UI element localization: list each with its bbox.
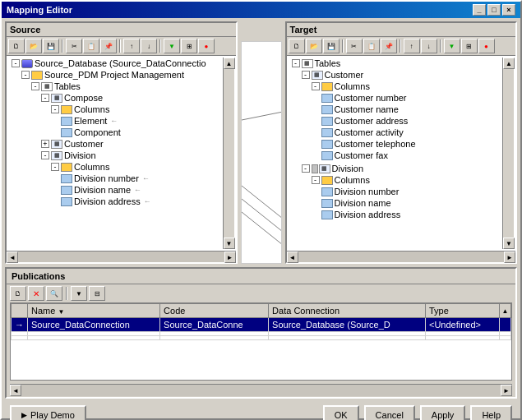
target-tree-division[interactable]: - ▦ Division xyxy=(289,163,503,174)
target-tree-cust-name[interactable]: Customer name xyxy=(289,104,503,115)
maximize-button[interactable]: □ xyxy=(487,4,501,16)
target-tb-down[interactable]: ↓ xyxy=(421,39,437,53)
target-tb-copy[interactable]: 📋 xyxy=(363,39,380,53)
expand-icon[interactable]: - xyxy=(12,59,20,67)
source-tb-filter2[interactable]: ⊞ xyxy=(181,39,197,53)
expand-icon[interactable]: - xyxy=(302,71,310,79)
target-tb-filter2[interactable]: ⊞ xyxy=(461,39,478,53)
source-tree-div-name[interactable]: Division name ← xyxy=(8,184,223,196)
target-tb-save[interactable]: 💾 xyxy=(323,39,340,53)
scroll-right[interactable]: ► xyxy=(224,252,236,263)
source-tb-filter[interactable]: ▼ xyxy=(164,39,180,53)
pub-tb-search[interactable]: 🔍 xyxy=(46,286,62,301)
minimize-button[interactable]: _ xyxy=(473,4,486,16)
target-scrollbar-h[interactable]: ◄ ► xyxy=(287,251,516,262)
target-tb-filter[interactable]: ▼ xyxy=(444,39,460,53)
source-tree-component[interactable]: Component xyxy=(8,127,223,138)
source-tree-div-address[interactable]: Division address ← xyxy=(8,196,223,207)
source-tb-save[interactable]: 💾 xyxy=(43,39,59,53)
source-tb-up[interactable]: ↑ xyxy=(123,39,140,53)
col-header-dataconn[interactable]: Data Connection xyxy=(269,304,426,318)
source-tb-paste[interactable]: 📌 xyxy=(100,39,117,53)
pub-tb-filter-off[interactable]: ⊟ xyxy=(89,286,105,301)
col-header-code[interactable]: Code xyxy=(160,304,269,318)
scroll-up[interactable]: ▲ xyxy=(503,58,515,69)
pub-scrollbar-h[interactable]: ◄ ► xyxy=(10,384,512,395)
source-tree-tables[interactable]: - ▦ Tables xyxy=(8,81,223,92)
pub-tb-new[interactable]: 🗋 xyxy=(10,286,26,301)
scroll-left[interactable]: ◄ xyxy=(7,252,18,263)
source-scrollbar-h[interactable]: ◄ ► xyxy=(7,251,236,262)
expand-icon[interactable]: - xyxy=(31,82,39,90)
target-tb-cut[interactable]: ✂ xyxy=(346,39,363,53)
apply-button[interactable]: Apply xyxy=(420,405,466,420)
target-tree-cust-activity[interactable]: Customer activity xyxy=(289,127,503,138)
pub-table-row-empty2[interactable] xyxy=(12,336,511,340)
target-tree-cust-number[interactable]: Customer number xyxy=(289,92,503,104)
expand-icon[interactable]: - xyxy=(51,105,59,113)
source-tree[interactable]: - Source_Database (Source_DataConnectio … xyxy=(7,56,236,251)
source-tree-compose[interactable]: - ▦ Compose xyxy=(8,92,223,104)
source-tree-division-columns[interactable]: - Columns xyxy=(8,161,223,173)
expand-icon[interactable]: - xyxy=(312,176,320,184)
source-tb-down[interactable]: ↓ xyxy=(141,39,157,53)
scroll-left[interactable]: ◄ xyxy=(287,252,298,263)
source-tree-database[interactable]: - Source_Database (Source_DataConnectio xyxy=(8,58,223,69)
target-tree-div-address[interactable]: Division address xyxy=(289,209,503,220)
expand-icon[interactable]: - xyxy=(41,94,49,102)
target-tree[interactable]: - ▦ Tables - ▦ Customer - xyxy=(287,56,516,251)
source-tree-customer[interactable]: + ▦ Customer xyxy=(8,138,223,150)
source-header: Source xyxy=(7,23,236,37)
target-scrollbar-v[interactable]: ▲ ▼ xyxy=(502,58,514,249)
source-tree-div-number[interactable]: Division number ← xyxy=(8,173,223,184)
target-tb-new[interactable]: 🗋 xyxy=(289,39,305,53)
help-button[interactable]: Help xyxy=(470,405,512,420)
expand-icon[interactable]: - xyxy=(51,163,59,171)
source-tb-copy[interactable]: 📋 xyxy=(83,39,99,53)
pub-table-row[interactable]: → Source_DataConnection Source_DataConne… xyxy=(12,318,511,332)
target-tb-color[interactable]: ● xyxy=(478,39,495,53)
source-tb-new[interactable]: 🗋 xyxy=(8,39,25,53)
target-tree-division-columns[interactable]: - Columns xyxy=(289,174,503,186)
ok-button[interactable]: OK xyxy=(323,405,359,420)
scroll-down[interactable]: ▼ xyxy=(224,238,235,249)
source-tb-color[interactable]: ● xyxy=(198,39,215,53)
close-button[interactable]: × xyxy=(502,4,515,16)
expand-icon[interactable]: - xyxy=(21,71,30,79)
col-header-type[interactable]: Type xyxy=(425,304,499,318)
target-tb-open[interactable]: 📂 xyxy=(306,39,322,53)
target-tree-cust-fax[interactable]: Customer fax xyxy=(289,150,503,161)
expand-icon[interactable]: - xyxy=(312,82,320,90)
source-tree-compose-columns[interactable]: - Columns xyxy=(8,104,223,115)
expand-icon[interactable]: + xyxy=(41,140,49,148)
pub-scroll-right[interactable]: ► xyxy=(501,385,512,396)
target-tb-up[interactable]: ↑ xyxy=(404,39,420,53)
cancel-button[interactable]: Cancel xyxy=(364,405,415,420)
scroll-right[interactable]: ► xyxy=(504,252,515,263)
expand-icon[interactable]: - xyxy=(302,164,310,173)
source-tb-open[interactable]: 📂 xyxy=(25,39,42,53)
scroll-down[interactable]: ▼ xyxy=(503,238,515,249)
scroll-up[interactable]: ▲ xyxy=(224,58,235,69)
target-tree-customer[interactable]: - ▦ Customer xyxy=(289,69,503,81)
target-tree-cust-telephone[interactable]: Customer telephone xyxy=(289,138,503,150)
source-tree-element[interactable]: Element ← xyxy=(8,115,223,127)
source-scrollbar-v[interactable]: ▲ ▼ xyxy=(223,58,234,249)
target-tree-customer-columns[interactable]: - Columns xyxy=(289,81,503,92)
pub-tb-filter-on[interactable]: ▼ xyxy=(71,286,87,301)
pub-tb-delete[interactable]: ✕ xyxy=(28,286,44,301)
target-tree-tables[interactable]: - ▦ Tables xyxy=(289,58,503,69)
source-tb-cut[interactable]: ✂ xyxy=(66,39,82,53)
play-demo-button[interactable]: ▶ Play Demo xyxy=(10,405,86,420)
expand-icon[interactable]: - xyxy=(292,59,300,67)
target-tree-div-number[interactable]: Division number xyxy=(289,186,503,197)
expand-icon[interactable]: - xyxy=(41,151,49,159)
col-header-name[interactable]: Name ▼ xyxy=(28,304,160,318)
publications-table[interactable]: Name ▼ Code Data Connection Type xyxy=(10,302,512,381)
source-tree-division[interactable]: - ▦ Division xyxy=(8,150,223,161)
target-tb-paste[interactable]: 📌 xyxy=(381,39,397,53)
source-tree-project[interactable]: - Source_PDM Project Management xyxy=(8,69,223,81)
pub-scroll-left[interactable]: ◄ xyxy=(10,385,21,396)
target-tree-div-name[interactable]: Division name xyxy=(289,197,503,209)
target-tree-cust-address[interactable]: Customer address xyxy=(289,115,503,127)
